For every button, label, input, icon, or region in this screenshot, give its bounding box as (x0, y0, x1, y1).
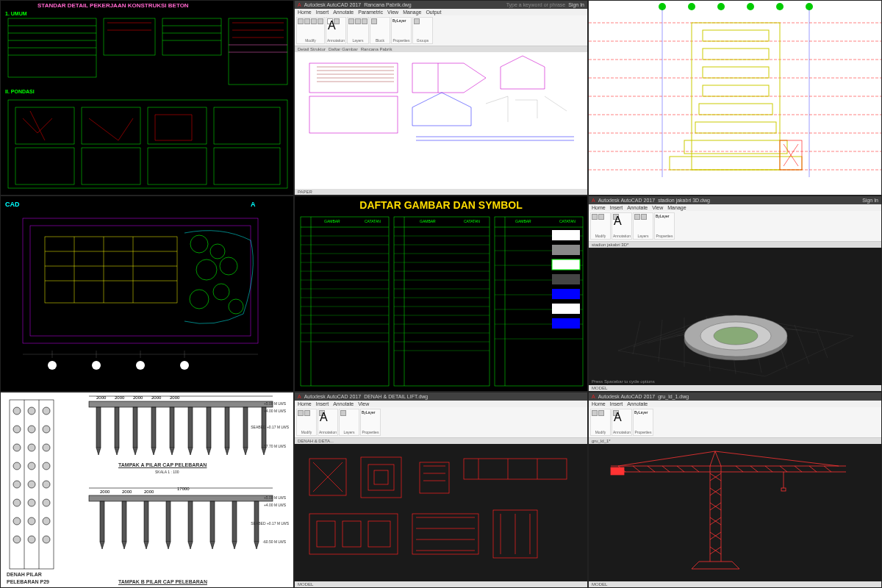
text-icon[interactable]: A (613, 214, 619, 220)
svg-rect-17 (15, 148, 74, 184)
svg-text:2000: 2000 (151, 395, 162, 400)
svg-text:CATATAN: CATATAN (559, 219, 576, 223)
signin-link[interactable]: Sign In (862, 198, 878, 203)
svg-rect-29 (309, 96, 398, 133)
tampak-a-title: TAMPAK A PILAR CAP PELEBARAN (118, 462, 207, 467)
menu-insert[interactable]: Insert (610, 205, 623, 210)
signin-link[interactable]: Sign In (568, 2, 584, 7)
svg-point-167 (28, 517, 35, 525)
tool-icon[interactable] (371, 18, 377, 24)
tab[interactable]: Detail Struktur (298, 47, 326, 51)
svg-text:CATATAN: CATATAN (464, 219, 480, 223)
tab[interactable]: gru_ld_1* (592, 439, 611, 443)
bylayer-dropdown[interactable]: ByLayer (656, 214, 673, 218)
model-space[interactable]: MODEL (298, 582, 313, 587)
svg-point-164 (28, 499, 35, 506)
ribbon: Modify AAnnotation Layers ByLayerPropert… (589, 211, 881, 242)
elev6: -60.50 M LWS (262, 539, 286, 544)
tool-icon[interactable] (318, 18, 323, 24)
tool-icon[interactable] (598, 214, 604, 220)
tool-icon[interactable] (592, 214, 598, 220)
menu-insert[interactable]: Insert (316, 401, 329, 406)
tool-icon[interactable] (304, 410, 310, 416)
pilar-svg: 20002000200020002000 17000 200020002000 (1, 392, 293, 587)
svg-point-55 (776, 3, 784, 10)
pabrik-drawing (295, 52, 587, 189)
menu-view[interactable]: View (387, 10, 398, 15)
text-icon[interactable]: A (613, 410, 619, 416)
tab[interactable]: stadion jakabri 3D* (592, 243, 628, 247)
model-space[interactable]: MODEL (592, 386, 607, 390)
tool-icon[interactable] (598, 410, 604, 416)
drawing-canvas-3d[interactable]: Press Spacebar to cycle options (589, 248, 881, 385)
menu-annotate[interactable]: Annotate (627, 401, 648, 406)
menu-insert[interactable]: Insert (316, 10, 329, 15)
tool-icon[interactable] (355, 18, 361, 24)
text-icon[interactable]: A (327, 18, 333, 24)
tool-icon[interactable] (414, 18, 420, 24)
menu-parametric[interactable]: Parametric (358, 10, 383, 15)
drawing-canvas[interactable] (295, 52, 587, 189)
menu-home[interactable]: Home (298, 10, 312, 15)
autocad-window-crane: AAutodesk AutoCAD 2017gru_ld_1.dwg HomeI… (588, 392, 882, 588)
bylayer-dropdown[interactable]: ByLayer (634, 410, 652, 415)
tool-icon[interactable] (634, 214, 640, 220)
file-name: gru_ld_1.dwg (658, 394, 689, 399)
tab[interactable]: Daftar Gambar (329, 47, 358, 51)
file-name: Rancana Pabrik.dwg (364, 2, 412, 7)
ribbon: Modify AAnnotation Layers ByLayerPropert… (295, 407, 587, 438)
tool-icon[interactable] (304, 18, 310, 24)
tool-icon[interactable] (334, 18, 340, 24)
tool-icon[interactable] (592, 410, 598, 416)
drawing-canvas[interactable] (295, 444, 587, 581)
menu-home[interactable]: Home (298, 401, 312, 406)
menu-manage[interactable]: Manage (403, 10, 421, 15)
tab[interactable]: DENAH & DETA... (298, 439, 334, 443)
svg-text:GAMBAR: GAMBAR (420, 219, 436, 223)
svg-rect-218 (368, 521, 390, 547)
ribbon-group-groups: Groups (412, 17, 433, 44)
drawing-canvas[interactable] (589, 444, 881, 581)
layer-icon[interactable] (348, 18, 354, 24)
svg-point-163 (13, 499, 21, 506)
tool-icon[interactable] (340, 410, 346, 416)
tool-icon[interactable] (298, 18, 304, 24)
svg-line-228 (618, 451, 715, 466)
svg-text:GAMBAR: GAMBAR (515, 219, 531, 223)
menu-insert[interactable]: Insert (610, 401, 623, 406)
elev1b: +5.00 M LWS (264, 495, 286, 500)
pilar-drawing: 20002000200020002000 17000 200020002000 … (0, 392, 294, 588)
menu-home[interactable]: Home (592, 205, 606, 210)
tab-active[interactable]: Rancana Pabrik (361, 47, 392, 51)
menu-home[interactable]: Home (592, 401, 606, 406)
search-box[interactable]: Type a keyword or phrase (506, 2, 566, 7)
svg-rect-48 (684, 140, 787, 154)
svg-rect-230 (611, 467, 624, 475)
stadium-3d (589, 248, 881, 385)
menu-annotate[interactable]: Annotate (333, 10, 354, 15)
tool-icon[interactable] (298, 410, 304, 416)
svg-rect-178 (188, 407, 193, 448)
svg-rect-45 (703, 85, 769, 96)
menu-view[interactable]: View (652, 205, 663, 210)
denah-title2: PELEBARAN P29 (7, 579, 49, 584)
text-icon[interactable]: A (319, 410, 325, 416)
tool-icon[interactable] (641, 214, 647, 220)
bylayer-dropdown[interactable]: ByLayer (392, 18, 410, 23)
svg-point-169 (13, 536, 21, 543)
cad-content-svg (1, 1, 293, 195)
model-space[interactable]: MODEL (592, 582, 607, 587)
paper-space[interactable]: PAPER (298, 190, 312, 194)
svg-point-166 (13, 517, 21, 525)
ribbon-group: AAnnotation (612, 212, 632, 240)
crane-drawing (589, 444, 881, 581)
menu-annotate[interactable]: Annotate (333, 401, 354, 406)
menu-output[interactable]: Output (426, 10, 441, 15)
tool-icon[interactable] (311, 18, 317, 24)
bylayer-dropdown[interactable]: ByLayer (362, 410, 379, 415)
svg-point-68 (190, 235, 208, 253)
menu-manage[interactable]: Manage (667, 205, 686, 210)
menu-view[interactable]: View (358, 401, 369, 406)
menu-annotate[interactable]: Annotate (627, 205, 648, 210)
tool-icon[interactable] (362, 18, 368, 24)
